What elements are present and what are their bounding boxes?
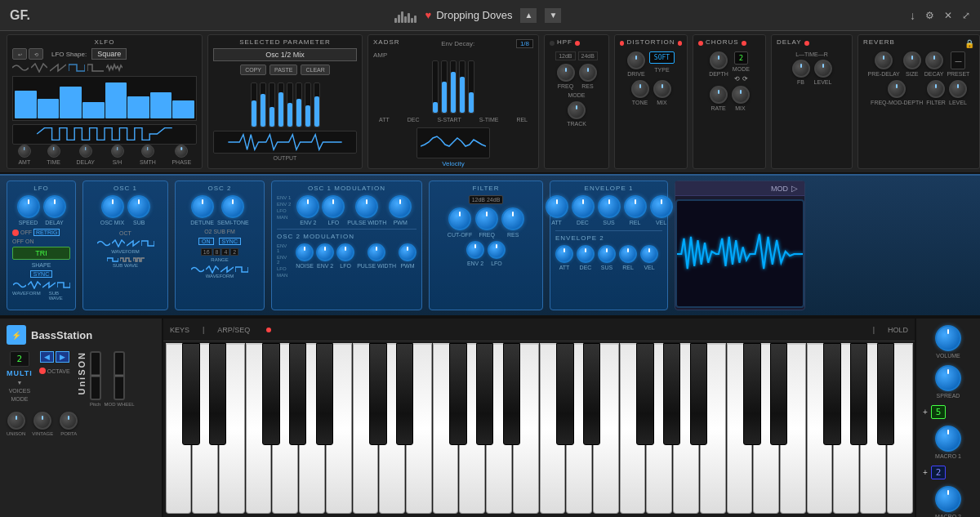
osc1mod-pw-knob[interactable]: [355, 195, 378, 218]
expand-icon[interactable]: ⤢: [962, 10, 970, 21]
env1-rel-knob[interactable]: [624, 195, 647, 218]
black-key[interactable]: [476, 343, 493, 445]
osc2-detune-knob[interactable]: [191, 195, 214, 218]
lfo-retrig-btn[interactable]: RETRIG: [33, 229, 60, 236]
xadsr-stime-slider[interactable]: [459, 60, 466, 114]
env1-dec-knob[interactable]: [572, 195, 595, 218]
black-key[interactable]: [209, 343, 226, 445]
xadsr-dec-slider[interactable]: [441, 60, 448, 114]
env2-att-knob[interactable]: [555, 245, 573, 263]
osc2-wave1[interactable]: [191, 265, 204, 274]
volume-knob[interactable]: [935, 325, 961, 351]
filter-freq-knob[interactable]: [475, 207, 498, 230]
osc1-wave4[interactable]: [141, 239, 154, 247]
chorus-mix-knob[interactable]: [732, 86, 750, 104]
osc1mod-pwm-knob[interactable]: [389, 195, 412, 218]
osc1mod-lfo-knob[interactable]: [322, 195, 345, 218]
mode-dropdown-arrow[interactable]: ▼: [16, 380, 22, 386]
chorus-depth-knob[interactable]: [710, 51, 728, 69]
hpf-res-knob[interactable]: [579, 64, 597, 82]
distortion-drive-knob[interactable]: [627, 51, 645, 69]
env1-att-knob[interactable]: [546, 195, 568, 218]
env2-sus-knob[interactable]: [598, 245, 616, 263]
reverb-filter-knob[interactable]: [927, 80, 945, 98]
macro2-knob[interactable]: [935, 486, 961, 512]
xlfo-delay-knob[interactable]: [79, 145, 92, 158]
black-key[interactable]: [289, 343, 306, 445]
xlfo-amt-knob[interactable]: [18, 145, 31, 158]
mod-triangle-icon[interactable]: ▷: [791, 184, 798, 193]
macro1-knob[interactable]: [935, 426, 961, 452]
square-wave-btn[interactable]: [69, 63, 85, 73]
arp-seq-led[interactable]: [266, 328, 271, 332]
osc1-mix-knob[interactable]: [101, 195, 124, 218]
spread-knob[interactable]: [935, 365, 961, 391]
porta-knob[interactable]: [60, 412, 78, 430]
osc1-wave2[interactable]: [112, 239, 125, 247]
lfo-speed-knob[interactable]: [17, 195, 40, 218]
osc2-on-btn[interactable]: ON: [198, 238, 214, 245]
prev-preset-button[interactable]: ▲: [520, 8, 537, 23]
copy-button[interactable]: COPY: [240, 65, 266, 75]
settings-icon[interactable]: ⚙: [925, 10, 934, 21]
osc2mod-lfo-knob[interactable]: [336, 243, 354, 261]
xadsr-rel-slider[interactable]: [468, 60, 474, 114]
slider-5[interactable]: [287, 82, 293, 127]
osc2-wave3[interactable]: [220, 265, 234, 274]
xlfo-phase-knob[interactable]: [175, 145, 188, 158]
triangle-wave-btn[interactable]: [31, 63, 47, 73]
osc2mod-env2-knob[interactable]: [316, 243, 334, 261]
black-key[interactable]: [449, 343, 466, 445]
reverb-level-knob[interactable]: [949, 80, 967, 98]
chorus-mode-icon1[interactable]: ⟲: [734, 75, 740, 82]
slider-8[interactable]: [314, 82, 320, 127]
vintage-knob[interactable]: [33, 412, 51, 430]
chorus-rate-knob[interactable]: [710, 86, 728, 104]
osc1-wave1[interactable]: [97, 239, 110, 247]
lfo-retrig-led[interactable]: [12, 230, 19, 236]
slider-6[interactable]: [296, 82, 302, 127]
hpf-freq-knob[interactable]: [557, 64, 575, 82]
black-key[interactable]: [396, 343, 413, 445]
pulse-wave-btn[interactable]: [87, 63, 104, 73]
filter-cutoff-knob[interactable]: [448, 207, 471, 230]
osc1-sub2[interactable]: [120, 256, 131, 263]
black-key[interactable]: [262, 343, 279, 445]
delay-level-knob[interactable]: [814, 60, 832, 78]
hpf-12db[interactable]: 12dB: [555, 51, 575, 60]
black-key[interactable]: [636, 343, 653, 445]
black-key[interactable]: [877, 343, 894, 445]
black-key[interactable]: [770, 343, 787, 445]
octave-down-btn[interactable]: ◀: [40, 351, 54, 363]
lfo-sync-toggle[interactable]: SYNC: [30, 270, 52, 278]
hpf-led[interactable]: [550, 41, 555, 46]
reverb-lock-icon[interactable]: 🔒: [964, 39, 974, 48]
filter-res-knob[interactable]: [501, 207, 524, 230]
download-icon[interactable]: ↓: [910, 9, 915, 22]
black-key[interactable]: [583, 343, 600, 445]
lfo-wave4[interactable]: [57, 281, 70, 289]
osc1-sub3[interactable]: [133, 256, 145, 263]
osc2-range-4[interactable]: 4: [221, 248, 229, 256]
xlfo-sync-btn[interactable]: ⟲: [29, 48, 43, 60]
osc1mod-env2-knob[interactable]: [296, 195, 319, 218]
slider-7[interactable]: [305, 82, 311, 127]
env2-vel-knob[interactable]: [640, 245, 658, 263]
lfo-wave1[interactable]: [13, 281, 26, 289]
slider-4[interactable]: [278, 82, 284, 127]
osc2mod-pw-knob[interactable]: [368, 243, 385, 261]
black-key[interactable]: [316, 343, 333, 445]
osc1-sub1[interactable]: [107, 256, 118, 263]
slider-1[interactable]: [251, 82, 257, 127]
next-preset-button[interactable]: ▼: [545, 8, 561, 23]
chorus-mode-icon2[interactable]: ⟳: [742, 75, 748, 82]
hpf-track-knob[interactable]: [568, 101, 586, 119]
osc2mod-pwm-knob[interactable]: [399, 243, 416, 261]
osc2-semitone-knob[interactable]: [221, 195, 244, 218]
slider-2[interactable]: [260, 82, 266, 127]
filter-env2-knob[interactable]: [466, 241, 484, 259]
xlfo-sh-knob[interactable]: [111, 145, 124, 158]
xlfo-smth-knob[interactable]: [141, 145, 154, 158]
macro2-plus-btn[interactable]: +: [923, 468, 928, 477]
reverb-decay-knob[interactable]: [925, 51, 943, 69]
